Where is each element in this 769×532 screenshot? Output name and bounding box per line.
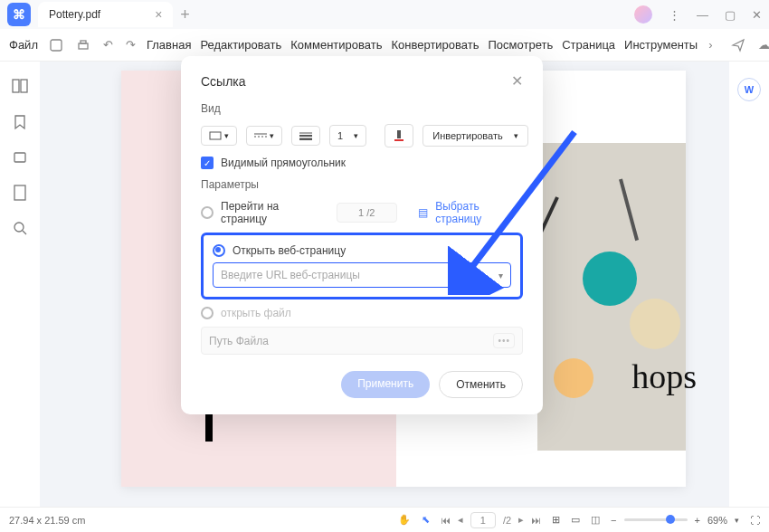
- select-page-link[interactable]: Выбрать страницу: [435, 200, 523, 225]
- save-icon[interactable]: [45, 34, 67, 56]
- dialog-close-icon[interactable]: ✕: [511, 72, 523, 90]
- page-navigation: ⏮ ◂ /2 ▸ ⏭: [441, 512, 541, 528]
- partial-text: hops: [631, 356, 697, 396]
- last-page-icon[interactable]: ⏭: [531, 515, 541, 526]
- svg-rect-6: [14, 185, 25, 200]
- next-page-icon[interactable]: ▸: [518, 514, 524, 526]
- thumbnails-icon[interactable]: [12, 78, 28, 94]
- hand-tool-icon[interactable]: ✋: [398, 514, 411, 526]
- view-controls-row: ▾ ▾ 1 ▾ Инвертировать ▾: [201, 124, 523, 147]
- checkbox-label: Видимый прямоугольник: [221, 157, 346, 169]
- zoom-controls: − + 69% ▾: [611, 515, 739, 526]
- color-picker-icon[interactable]: [384, 124, 413, 147]
- undo-icon[interactable]: ↶: [100, 34, 117, 55]
- page-icon[interactable]: [14, 185, 26, 201]
- first-page-icon[interactable]: ⏮: [441, 515, 451, 526]
- bookmark-icon[interactable]: [13, 114, 27, 130]
- menu-view[interactable]: Посмотреть: [487, 34, 555, 55]
- svg-rect-3: [13, 80, 19, 92]
- menu-convert[interactable]: Конвертировать: [389, 34, 480, 55]
- svg-rect-2: [81, 41, 86, 43]
- svg-point-7: [14, 223, 24, 232]
- option-goto-page[interactable]: Перейти на страницу 1 /2 ▤ Выбрать стран…: [201, 200, 523, 225]
- menu-tools[interactable]: Инструменты: [622, 34, 699, 55]
- new-tab-button[interactable]: +: [180, 5, 190, 24]
- chevron-right-icon[interactable]: ›: [705, 34, 716, 55]
- titlebar: ⌘ Pottery.pdf × + ⋮ — ▢ ✕: [0, 0, 769, 29]
- document-tab[interactable]: Pottery.pdf ×: [38, 2, 173, 27]
- close-tab-icon[interactable]: ×: [155, 7, 162, 22]
- minimize-icon[interactable]: —: [697, 8, 708, 22]
- svg-rect-16: [394, 139, 403, 141]
- svg-line-8: [23, 231, 26, 234]
- thickness-value-dropdown[interactable]: 1 ▾: [329, 125, 366, 147]
- apply-button[interactable]: Применить: [341, 371, 430, 398]
- menu-home[interactable]: Главная: [145, 34, 193, 55]
- dialog-title: Ссылка: [201, 74, 246, 89]
- thickness-icon[interactable]: [291, 126, 320, 146]
- border-style-dropdown[interactable]: ▾: [201, 126, 237, 146]
- page-image: [537, 143, 686, 451]
- close-window-icon[interactable]: ✕: [752, 8, 762, 22]
- page-total: /2: [503, 515, 511, 526]
- left-sidebar: [0, 62, 40, 507]
- svg-rect-4: [21, 80, 27, 92]
- select-page-icon: ▤: [418, 206, 428, 219]
- option-open-web[interactable]: Открыть веб-страницу: [213, 244, 511, 257]
- cancel-button[interactable]: Отменить: [439, 371, 523, 398]
- radio-icon: [201, 206, 214, 219]
- svg-rect-0: [51, 40, 62, 51]
- zoom-slider[interactable]: [624, 518, 688, 521]
- menu-edit[interactable]: Редактировать: [198, 34, 283, 55]
- menu-comment[interactable]: Комментировать: [289, 34, 384, 55]
- right-sidebar: W: [729, 62, 769, 507]
- invert-dropdown[interactable]: Инвертировать ▾: [422, 125, 528, 147]
- actual-size-icon[interactable]: ◫: [591, 514, 600, 526]
- cloud-icon[interactable]: ☁: [755, 34, 770, 55]
- send-icon[interactable]: [727, 34, 749, 56]
- url-input[interactable]: Введите URL веб-страницы ▾: [213, 262, 511, 288]
- browse-file-button[interactable]: •••: [493, 333, 515, 348]
- option-open-file[interactable]: открыть файл: [201, 307, 523, 319]
- user-avatar[interactable]: [634, 5, 652, 24]
- zoom-in-icon[interactable]: +: [695, 515, 700, 526]
- chevron-down-icon: ▾: [498, 271, 503, 280]
- svg-rect-5: [14, 153, 25, 162]
- section-view-label: Вид: [201, 102, 523, 115]
- radio-icon: [201, 307, 214, 319]
- svg-rect-9: [210, 132, 221, 139]
- radio-icon: [213, 244, 225, 257]
- fit-width-icon[interactable]: ⊞: [552, 514, 560, 526]
- zoom-out-icon[interactable]: −: [611, 515, 616, 526]
- radio-label: Перейти на страницу: [221, 200, 322, 225]
- page-dimensions: 27.94 x 21.59 cm: [9, 515, 85, 526]
- kebab-menu-icon[interactable]: ⋮: [669, 8, 680, 22]
- file-path-input[interactable]: Путь Файла •••: [201, 327, 523, 355]
- status-bar: 27.94 x 21.59 cm ✋ ⬉ ⏮ ◂ /2 ▸ ⏭ ⊞ ▭ ◫ − …: [0, 507, 769, 532]
- visible-rect-checkbox[interactable]: ✓ Видимый прямоугольник: [201, 157, 523, 169]
- page-number-field[interactable]: 1 /2: [337, 203, 397, 223]
- svg-rect-15: [397, 130, 401, 138]
- page-current-input[interactable]: [470, 512, 496, 528]
- prev-page-icon[interactable]: ◂: [458, 514, 463, 526]
- chevron-down-icon[interactable]: ▾: [735, 516, 739, 525]
- tab-label: Pottery.pdf: [49, 8, 100, 21]
- svg-rect-1: [79, 43, 88, 49]
- menu-file[interactable]: Файл: [7, 34, 40, 55]
- print-icon[interactable]: [72, 34, 94, 56]
- select-tool-icon[interactable]: ⬉: [422, 514, 430, 526]
- radio-label: Открыть веб-страницу: [233, 244, 346, 257]
- url-placeholder: Введите URL веб-страницы: [221, 269, 360, 281]
- fit-page-icon[interactable]: ▭: [571, 514, 580, 526]
- app-logo[interactable]: ⌘: [7, 3, 31, 26]
- zoom-value: 69%: [707, 515, 727, 526]
- redo-icon[interactable]: ↷: [122, 34, 139, 55]
- line-style-dropdown[interactable]: ▾: [246, 126, 282, 146]
- menu-page[interactable]: Страница: [560, 34, 617, 55]
- attachments-icon[interactable]: [13, 150, 27, 165]
- search-icon[interactable]: [13, 221, 27, 235]
- maximize-icon[interactable]: ▢: [725, 8, 736, 22]
- fullscreen-icon[interactable]: ⛶: [750, 515, 760, 526]
- word-export-icon[interactable]: W: [737, 78, 761, 101]
- check-icon: ✓: [201, 157, 214, 169]
